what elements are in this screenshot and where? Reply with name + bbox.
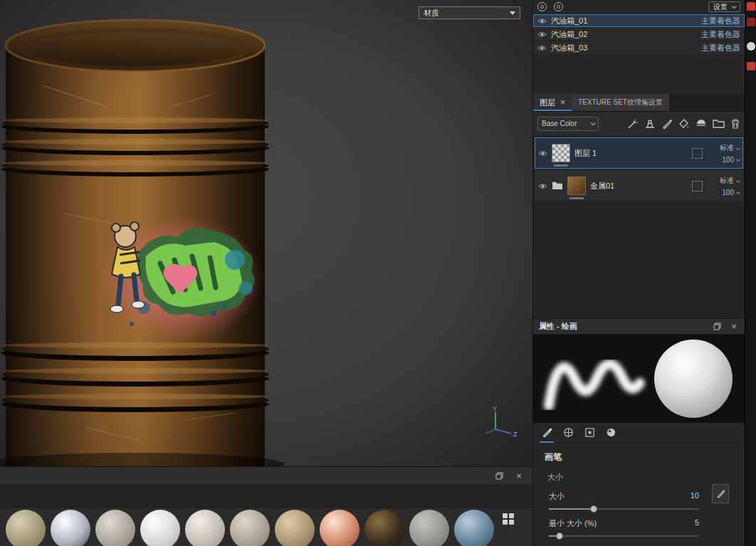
add-smart-material-icon[interactable] bbox=[695, 118, 707, 130]
texture-set-name: 汽油箱_01 bbox=[551, 16, 587, 26]
pen-pressure-button[interactable] bbox=[712, 484, 729, 503]
add-paint-layer-icon[interactable] bbox=[661, 118, 673, 130]
visibility-eye-icon[interactable] bbox=[537, 31, 547, 38]
axis-gizmo: Y Z bbox=[483, 405, 520, 438]
layers-list: 图层 1 标准 100 金属01 标准 100 bbox=[533, 136, 745, 318]
info-icon[interactable] bbox=[554, 2, 563, 11]
shading-mode-label: 材质 bbox=[424, 8, 439, 19]
restore-panel-icon[interactable] bbox=[494, 471, 504, 481]
material-sphere-plaster[interactable] bbox=[185, 510, 225, 546]
chevron-down-icon bbox=[736, 157, 740, 162]
layer-visibility-icon[interactable] bbox=[538, 183, 547, 189]
size-slider[interactable] bbox=[549, 508, 699, 510]
layer-row[interactable]: 图层 1 标准 100 bbox=[535, 137, 743, 169]
layer-mask-placeholder[interactable] bbox=[692, 148, 703, 159]
material-sphere-khaki[interactable] bbox=[6, 510, 46, 546]
channel-label: Base Color bbox=[542, 120, 577, 127]
layer-mask-placeholder[interactable] bbox=[692, 181, 703, 191]
material-sphere-porcelain[interactable] bbox=[140, 510, 180, 546]
close-tab-icon[interactable]: × bbox=[560, 98, 565, 107]
dock-icon-2[interactable] bbox=[747, 18, 755, 26]
material-sphere-sand[interactable] bbox=[275, 510, 315, 546]
properties-panel: 属性 - 绘画 × bbox=[533, 318, 745, 546]
barrel-ribs-top bbox=[1, 117, 269, 177]
min-size-label: 最小 大小 (%) bbox=[549, 518, 597, 529]
chevron-down-icon bbox=[736, 179, 740, 183]
texture-set-row[interactable]: 汽油箱_01 主要着色器 bbox=[533, 14, 745, 28]
material-display-icon[interactable] bbox=[537, 2, 547, 11]
min-size-value[interactable]: 5 bbox=[695, 518, 699, 529]
chevron-down-icon bbox=[736, 146, 740, 150]
pattern-tool-icon[interactable] bbox=[559, 423, 577, 443]
layer-name: 金属01 bbox=[590, 181, 614, 191]
chevron-down-icon bbox=[591, 120, 596, 125]
dock-icon-4[interactable] bbox=[747, 62, 755, 70]
properties-title: 属性 - 绘画 bbox=[539, 321, 577, 332]
oil-barrel-model[interactable] bbox=[0, 0, 532, 466]
settings-button[interactable]: 设置 bbox=[708, 1, 740, 12]
layer-thumbnail[interactable] bbox=[552, 144, 570, 162]
material-sphere-copper[interactable] bbox=[320, 510, 359, 546]
substance-painter-app: 材质 bbox=[0, 0, 756, 546]
material-sphere-stone[interactable] bbox=[95, 510, 135, 546]
axis-z-label: Z bbox=[513, 431, 518, 438]
close-panel-icon[interactable]: × bbox=[729, 322, 739, 332]
add-stamp-icon[interactable] bbox=[644, 118, 656, 130]
grid-view-icon[interactable] bbox=[503, 513, 514, 525]
min-size-slider-knob[interactable] bbox=[556, 532, 563, 540]
texture-set-row[interactable]: 汽油箱_03 主要着色器 bbox=[533, 41, 745, 55]
material-sphere-preview bbox=[654, 340, 733, 418]
size-label: 大小 bbox=[549, 491, 565, 502]
texture-set-row[interactable]: 汽油箱_02 主要着色器 bbox=[533, 28, 745, 41]
close-panel-icon[interactable]: × bbox=[514, 471, 524, 481]
viewport-3d[interactable]: 材质 bbox=[0, 0, 532, 466]
restore-panel-icon[interactable] bbox=[712, 322, 722, 332]
blend-mode-dropdown[interactable]: 标准 bbox=[720, 176, 740, 186]
add-effect-icon[interactable] bbox=[627, 118, 639, 130]
add-folder-icon[interactable] bbox=[713, 118, 725, 129]
brush-section-title: 画笔 bbox=[545, 451, 736, 463]
layers-tab-bar: 图层 × TEXTURE SET纹理集设置 bbox=[533, 95, 745, 112]
opacity-dropdown[interactable]: 100 bbox=[722, 156, 740, 164]
material-sphere-concrete[interactable] bbox=[409, 510, 449, 546]
layer-row[interactable]: 金属01 标准 100 bbox=[535, 170, 743, 201]
min-size-slider[interactable] bbox=[549, 535, 699, 537]
add-fill-layer-icon[interactable] bbox=[678, 118, 690, 130]
visibility-eye-icon[interactable] bbox=[537, 45, 547, 51]
chevron-down-icon bbox=[732, 4, 737, 9]
visibility-eye-icon[interactable] bbox=[537, 18, 547, 24]
layer-visibility-icon[interactable] bbox=[538, 150, 547, 157]
graffiti-decal bbox=[100, 216, 263, 342]
blend-mode-dropdown[interactable]: 标准 bbox=[720, 143, 740, 153]
texture-set-topbar: 设置 bbox=[533, 0, 745, 14]
tab-texture-set-settings[interactable]: TEXTURE SET纹理集设置 bbox=[572, 94, 669, 111]
material-sphere-dark-ring[interactable] bbox=[364, 510, 404, 546]
material-sphere-chrome[interactable] bbox=[51, 510, 90, 546]
layer-thumbnail[interactable] bbox=[567, 177, 586, 195]
material-sphere-terrazzo[interactable] bbox=[230, 510, 270, 546]
settings-label: 设置 bbox=[713, 2, 728, 12]
texture-set-list: 汽油箱_01 主要着色器 汽油箱_02 主要着色器 汽油箱_03 主要着色器 bbox=[533, 14, 745, 55]
tab-layers[interactable]: 图层 × bbox=[533, 94, 572, 111]
brush-tool-icon[interactable] bbox=[537, 423, 556, 443]
materials-shelf bbox=[0, 508, 532, 546]
dock-icon-1[interactable] bbox=[747, 2, 755, 11]
texture-set-shader: 主要着色器 bbox=[701, 29, 740, 40]
assets-panel-header: × bbox=[0, 467, 532, 485]
folder-icon bbox=[552, 181, 563, 191]
delete-layer-icon[interactable] bbox=[730, 118, 740, 130]
brush-stroke-preview bbox=[536, 335, 650, 423]
shading-mode-dropdown[interactable]: 材质 bbox=[419, 6, 520, 19]
stencil-tool-icon[interactable] bbox=[580, 423, 599, 443]
size-slider-knob[interactable] bbox=[590, 505, 597, 513]
material-sphere-steel-blue[interactable] bbox=[454, 510, 494, 546]
opacity-dropdown[interactable]: 100 bbox=[722, 189, 740, 196]
texture-set-empty-space bbox=[533, 55, 745, 95]
assets-shelf-area bbox=[0, 508, 532, 546]
texture-set-name: 汽油箱_02 bbox=[551, 29, 587, 40]
properties-header: 属性 - 绘画 × bbox=[533, 319, 745, 335]
material-tool-icon[interactable] bbox=[602, 423, 620, 443]
channel-dropdown[interactable]: Base Color bbox=[537, 117, 599, 131]
dock-icon-3[interactable] bbox=[747, 42, 755, 51]
size-value[interactable]: 10 bbox=[691, 491, 699, 502]
